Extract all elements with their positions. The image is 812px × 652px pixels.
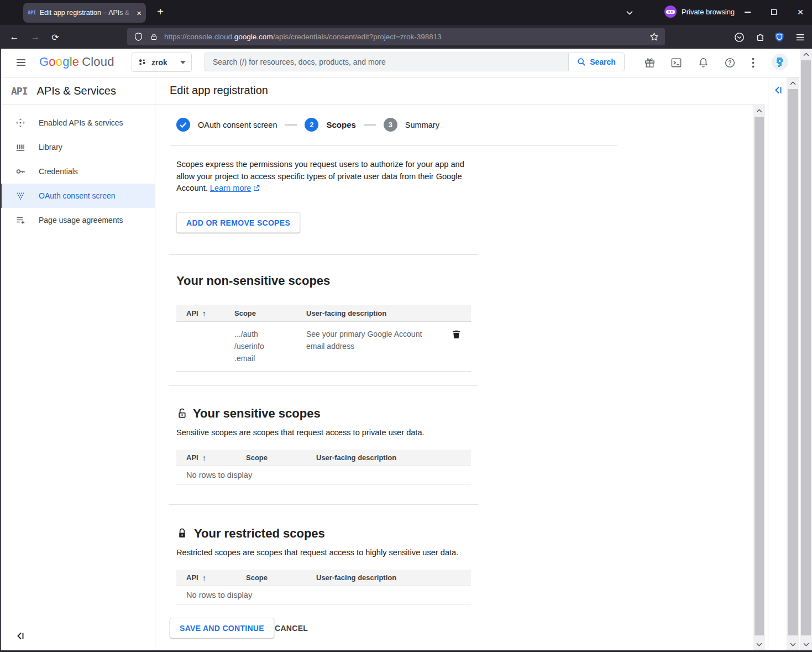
pocket-icon[interactable] <box>732 30 746 44</box>
logo-letter: o <box>56 55 62 69</box>
scroll-up-arrow-icon[interactable] <box>800 49 812 60</box>
save-and-continue-button[interactable]: SAVE AND CONTINUE <box>170 618 274 638</box>
tab-title: Edit app registration – APIs & Se <box>40 9 133 17</box>
sidebar-item-page-usage-agreements[interactable]: Page usage agreements <box>0 208 155 232</box>
new-tab-button[interactable]: + <box>153 4 168 20</box>
cell-api <box>176 328 234 364</box>
tracking-protection-shield-icon[interactable] <box>133 32 144 43</box>
agreements-icon <box>15 215 25 225</box>
non-sensitive-scopes-heading: Your non-sensitive scopes <box>176 274 330 288</box>
cancel-button[interactable]: CANCEL <box>266 618 317 638</box>
scrollbar-thumb[interactable] <box>801 60 811 635</box>
sort-ascending-icon[interactable]: ↑ <box>202 453 206 462</box>
column-description[interactable]: User-facing description <box>306 309 451 317</box>
window-minimize-button[interactable] <box>740 4 755 20</box>
table-header: API↑ Scope User-facing description <box>176 450 471 466</box>
delete-scope-trash-icon[interactable] <box>451 329 462 340</box>
svg-text:?: ? <box>728 59 731 66</box>
logo-letter: o <box>49 55 55 69</box>
scroll-up-arrow-icon[interactable] <box>753 106 765 116</box>
column-api[interactable]: API↑ <box>176 309 234 318</box>
sidebar-item-oauth-consent-screen[interactable]: OAuth consent screen <box>0 184 155 208</box>
collapse-panel-icon[interactable] <box>772 84 785 97</box>
column-scope[interactable]: Scope <box>246 453 316 462</box>
column-api[interactable]: API↑ <box>176 453 246 462</box>
step-label[interactable]: OAuth consent screen <box>198 121 277 129</box>
column-description[interactable]: User-facing description <box>316 453 451 462</box>
window-maximize-button[interactable] <box>766 4 782 20</box>
list-tabs-chevron-icon[interactable] <box>622 6 637 20</box>
empty-table-message: No rows to display <box>176 466 471 484</box>
url-domain: google.com <box>234 33 273 41</box>
search-button[interactable]: Search <box>568 53 625 71</box>
scopes-intro-text: Scopes express the permissions you reque… <box>176 159 475 195</box>
lock-icon <box>176 528 188 539</box>
sidebar-menu: Enabled APIs & services Library Credenti… <box>0 105 155 232</box>
scrollbar-thumb[interactable] <box>755 117 764 635</box>
empty-table-message: No rows to display <box>176 586 471 604</box>
help-icon[interactable]: ? <box>722 55 737 70</box>
sort-ascending-icon[interactable]: ↑ <box>202 309 206 318</box>
scrollbar-thumb[interactable] <box>788 89 798 635</box>
url-text[interactable]: https://console.cloud.google.com/apis/cr… <box>164 33 648 41</box>
back-button[interactable]: ← <box>6 28 23 46</box>
google-cloud-logo[interactable]: GoogleCloud <box>39 55 114 69</box>
reload-button[interactable]: ⟳ <box>46 28 64 46</box>
sidebar-item-credentials[interactable]: Credentials <box>0 159 155 184</box>
password-manager-shield-icon[interactable] <box>772 30 787 44</box>
step-label-active[interactable]: Scopes <box>326 120 355 129</box>
sidebar-item-enabled-apis[interactable]: Enabled APIs & services <box>0 111 155 135</box>
restricted-scopes-subtitle: Restricted scopes are scopes that reques… <box>176 548 458 557</box>
search-input[interactable] <box>205 53 568 71</box>
window-close-button[interactable]: × <box>793 4 808 20</box>
app-menu-hamburger-icon[interactable] <box>793 30 807 44</box>
divider <box>170 145 617 146</box>
sensitive-scopes-subtitle: Sensitive scopes are scopes that request… <box>176 428 425 437</box>
lock-icon[interactable] <box>148 32 159 43</box>
step-number[interactable]: 3 <box>384 118 397 132</box>
avatar-pixel-icon <box>774 56 785 67</box>
restricted-scopes-heading: Your restricted scopes <box>194 526 325 541</box>
gift-icon[interactable] <box>642 55 657 70</box>
add-or-remove-scopes-button[interactable]: ADD OR REMOVE SCOPES <box>176 212 300 233</box>
extensions-puzzle-icon[interactable] <box>752 30 767 44</box>
scroll-down-arrow-icon[interactable] <box>787 639 799 650</box>
enabled-apis-icon <box>15 118 25 128</box>
account-avatar[interactable] <box>772 54 788 70</box>
tab-close-icon[interactable]: × <box>137 9 142 17</box>
gcp-nav-menu-icon[interactable] <box>13 55 29 70</box>
column-scope[interactable]: Scope <box>246 573 316 582</box>
table-header: API↑ Scope User-facing description <box>176 570 471 586</box>
collapse-sidebar-icon[interactable] <box>14 630 28 643</box>
notifications-bell-icon[interactable] <box>695 55 711 70</box>
page-scrollbar[interactable] <box>787 77 799 651</box>
library-icon <box>15 142 25 152</box>
column-description[interactable]: User-facing description <box>316 573 451 582</box>
project-selector[interactable]: zrok <box>132 53 192 72</box>
divider <box>768 77 768 651</box>
scroll-down-arrow-icon[interactable] <box>800 639 812 650</box>
scroll-up-arrow-icon[interactable] <box>787 78 799 88</box>
sort-ascending-icon[interactable]: ↑ <box>202 573 206 582</box>
step-label[interactable]: Summary <box>405 121 439 129</box>
private-browsing-badge: Private browsing <box>664 6 735 18</box>
url-bar[interactable]: https://console.cloud.google.com/apis/cr… <box>127 28 665 45</box>
step-number[interactable]: 2 <box>305 118 318 132</box>
more-options-icon[interactable] <box>747 55 758 70</box>
cloud-shell-terminal-icon[interactable] <box>668 55 684 70</box>
restricted-scopes-table: API↑ Scope User-facing description No ro… <box>176 570 471 604</box>
scroll-down-arrow-icon[interactable] <box>753 639 765 650</box>
sidebar-header: API APIs & Services <box>0 77 155 105</box>
browser-scrollbar[interactable] <box>800 49 812 651</box>
search-button-label: Search <box>590 58 616 66</box>
learn-more-link[interactable]: Learn more <box>210 184 252 192</box>
sidebar-item-library[interactable]: Library <box>0 135 155 159</box>
logo-letter: G <box>39 55 49 69</box>
step-done-check-icon[interactable] <box>176 118 190 132</box>
column-scope[interactable]: Scope <box>234 309 306 317</box>
content-scrollbar[interactable] <box>753 105 765 651</box>
column-api[interactable]: API↑ <box>176 573 246 582</box>
bookmark-star-icon[interactable] <box>648 32 659 43</box>
browser-tab[interactable]: API Edit app registration – APIs & Se × <box>23 3 146 23</box>
page-title: Edit app registration <box>170 84 268 97</box>
